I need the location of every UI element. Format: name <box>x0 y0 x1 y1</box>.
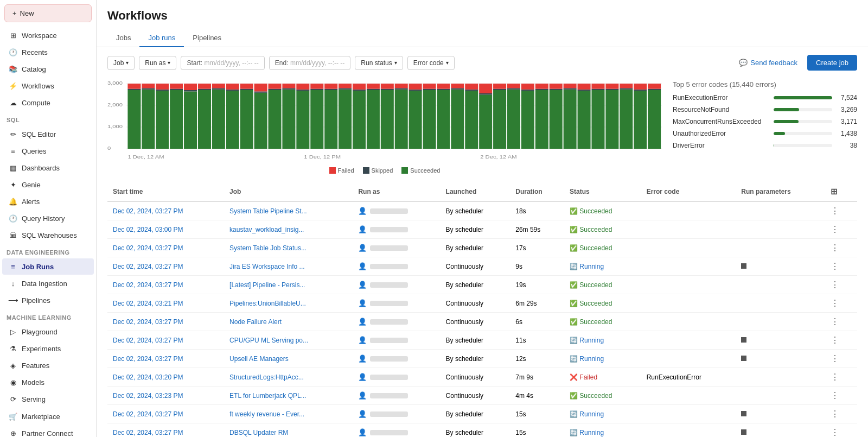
svg-rect-92 <box>521 91 534 149</box>
stop-icon[interactable] <box>741 411 746 416</box>
svg-text:1 Dec, 12 AM: 1 Dec, 12 AM <box>127 154 164 160</box>
sidebar-item-partner-connect[interactable]: ⊕Partner Connect <box>2 425 94 437</box>
start-time-link[interactable]: Dec 02, 2024, 03:23 PM <box>113 392 183 400</box>
row-menu-button[interactable]: ⋮ <box>828 261 841 272</box>
user-name-blurred <box>370 393 408 398</box>
start-time-link[interactable]: Dec 02, 2024, 03:27 PM <box>113 263 183 270</box>
recents-icon: 🕐 <box>9 48 17 56</box>
succeeded-legend: Succeeded <box>401 167 440 174</box>
sidebar-item-sql-warehouses[interactable]: 🏛SQL Warehouses <box>2 227 94 243</box>
start-time-link[interactable]: Dec 02, 2024, 03:20 PM <box>113 373 183 381</box>
sidebar-item-recents[interactable]: 🕐Recents <box>2 44 94 60</box>
start-time-link[interactable]: Dec 02, 2024, 03:27 PM <box>113 281 183 289</box>
sidebar-item-workspace[interactable]: ⊞Workspace <box>2 27 94 43</box>
row-menu-button[interactable]: ⋮ <box>828 316 841 327</box>
job-link[interactable]: System Table Pipeline St... <box>229 207 307 215</box>
sidebar-item-catalog[interactable]: 📚Catalog <box>2 61 94 77</box>
sidebar-item-compute[interactable]: ☁Compute <box>2 94 94 111</box>
end-date-filter[interactable]: End: mm/dd/yyyy, --:-- -- <box>269 56 350 70</box>
row-menu-button[interactable]: ⋮ <box>828 242 841 254</box>
svg-rect-15 <box>156 90 169 91</box>
job-link[interactable]: kaustav_workload_insig... <box>229 226 304 233</box>
row-menu-button[interactable]: ⋮ <box>828 205 841 217</box>
row-menu-button[interactable]: ⋮ <box>828 224 841 235</box>
start-time-link[interactable]: Dec 02, 2024, 03:27 PM <box>113 337 183 344</box>
sidebar-item-playground[interactable]: ▷Playground <box>2 324 94 340</box>
sidebar-item-alerts[interactable]: 🔔Alerts <box>2 193 94 210</box>
job-link[interactable]: StructuredLogs:HttpAcc... <box>229 373 304 381</box>
row-menu-button[interactable]: ⋮ <box>828 408 841 420</box>
job-link[interactable]: Node Failure Alert <box>229 318 282 326</box>
job-link[interactable]: System Table Job Status... <box>229 244 307 252</box>
stop-icon[interactable] <box>741 356 746 361</box>
sidebar-item-pipelines[interactable]: ⟶Pipelines <box>2 292 94 308</box>
sidebar-item-serving[interactable]: ⟳Serving <box>2 391 94 407</box>
start-time-link[interactable]: Dec 02, 2024, 03:27 PM <box>113 244 183 252</box>
tab-job-runs[interactable]: Job runs <box>139 29 184 47</box>
svg-rect-25 <box>198 84 211 89</box>
start-time-link[interactable]: Dec 02, 2024, 03:27 PM <box>113 207 183 215</box>
job-filter[interactable]: Job ▾ <box>107 56 135 70</box>
tab-jobs[interactable]: Jobs <box>107 29 139 47</box>
job-link[interactable]: Upsell AE Managers <box>229 355 289 363</box>
start-time-link[interactable]: Dec 02, 2024, 03:21 PM <box>113 300 183 307</box>
create-job-button[interactable]: Create job <box>807 55 857 71</box>
error-label: RunExecutionError <box>673 94 770 102</box>
run-status-filter[interactable]: Run status ▾ <box>355 56 403 70</box>
row-menu-button[interactable]: ⋮ <box>828 279 841 290</box>
job-link[interactable]: Jira ES Workspace Info ... <box>229 263 305 270</box>
sidebar-item-marketplace[interactable]: 🛒Marketplace <box>2 408 94 425</box>
job-link[interactable]: CPU/GPU ML Serving po... <box>229 337 308 344</box>
row-menu-button[interactable]: ⋮ <box>828 353 841 364</box>
cell-run-as: 👤 <box>353 387 440 405</box>
new-button[interactable]: + New <box>4 4 92 22</box>
svg-rect-90 <box>507 88 520 89</box>
row-menu-button[interactable]: ⋮ <box>828 334 841 346</box>
sidebar-item-genie[interactable]: ✦Genie <box>2 176 94 193</box>
sidebar-item-data-ingestion[interactable]: ↓Data Ingestion <box>2 275 94 292</box>
sidebar-item-sql-editor[interactable]: ✏SQL Editor <box>2 126 94 142</box>
job-link[interactable]: ETL for Lumberjack QPL... <box>229 392 307 400</box>
user-name-blurred <box>370 375 408 380</box>
job-link[interactable]: DBSQL Updater RM <box>229 429 288 436</box>
sidebar-item-query-history[interactable]: 🕐Query History <box>2 210 94 226</box>
start-time-link[interactable]: Dec 02, 2024, 03:27 PM <box>113 410 183 418</box>
stop-icon[interactable] <box>741 429 746 435</box>
sidebar-item-models[interactable]: ◉Models <box>2 374 94 390</box>
sidebar-item-features[interactable]: ◈Features <box>2 357 94 373</box>
error-code-filter[interactable]: Error code ▾ <box>407 56 455 70</box>
job-link[interactable]: [Latest] Pipeline - Persis... <box>229 281 305 289</box>
cell-error-code <box>641 257 736 276</box>
run-as-filter[interactable]: Run as ▾ <box>139 56 176 70</box>
start-time-link[interactable]: Dec 02, 2024, 03:27 PM <box>113 355 183 363</box>
svg-rect-82 <box>465 84 478 90</box>
error-bar-track <box>774 132 832 135</box>
sidebar-item-label: Alerts <box>22 198 40 206</box>
stop-icon[interactable] <box>741 337 746 343</box>
row-menu-button[interactable]: ⋮ <box>828 297 841 309</box>
status-badge: ✅ Succeeded <box>570 226 612 233</box>
sidebar-item-job-runs[interactable]: ≡Job Runs <box>2 258 94 275</box>
user-icon: 👤 <box>358 281 367 289</box>
svg-rect-31 <box>226 84 239 90</box>
table-row: Dec 02, 2024, 03:20 PM StructuredLogs:Ht… <box>107 368 857 387</box>
job-link[interactable]: Pipelines:UnionBillableU... <box>229 300 306 307</box>
start-time-link[interactable]: Dec 02, 2024, 03:00 PM <box>113 226 183 233</box>
stop-icon[interactable] <box>741 263 746 269</box>
sidebar-item-queries[interactable]: ≡Queries <box>2 143 94 159</box>
sidebar-item-workflows[interactable]: ⚡Workflows <box>2 78 94 94</box>
job-link[interactable]: ft weekly revenue - Ever... <box>229 410 304 418</box>
svg-rect-10 <box>127 84 141 89</box>
sidebar-item-dashboards[interactable]: ▦Dashboards <box>2 160 94 176</box>
sidebar-item-experiments[interactable]: ⚗Experiments <box>2 340 94 357</box>
cell-run-params <box>736 423 822 438</box>
columns-icon[interactable]: ⊞ <box>828 185 840 198</box>
tab-pipelines[interactable]: Pipelines <box>184 29 230 47</box>
row-menu-button[interactable]: ⋮ <box>828 427 841 437</box>
row-menu-button[interactable]: ⋮ <box>828 371 841 383</box>
row-menu-button[interactable]: ⋮ <box>828 390 841 401</box>
start-time-link[interactable]: Dec 02, 2024, 03:27 PM <box>113 429 183 436</box>
send-feedback-button[interactable]: 💬 Send feedback <box>735 56 802 69</box>
start-date-filter[interactable]: Start: mm/dd/yyyy, --:-- -- <box>181 56 264 70</box>
start-time-link[interactable]: Dec 02, 2024, 03:27 PM <box>113 318 183 326</box>
